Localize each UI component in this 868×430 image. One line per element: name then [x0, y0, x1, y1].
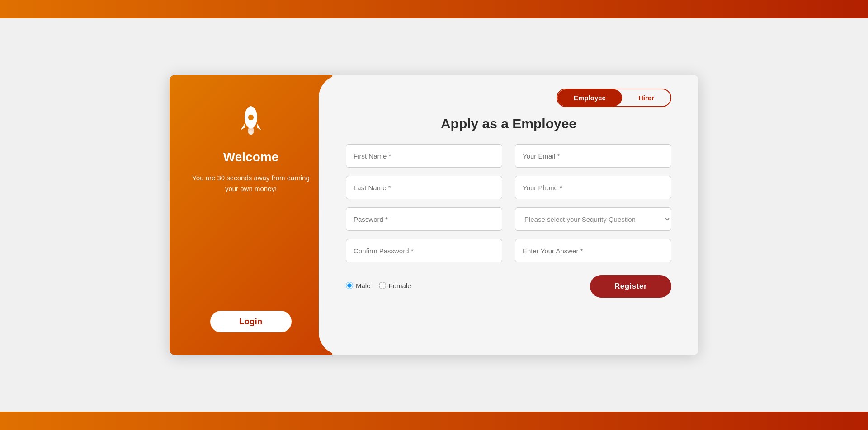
gender-row: Male Female	[346, 282, 411, 290]
female-label-text: Female	[389, 282, 411, 290]
right-panel: Employee Hirer Apply as a Employee Pleas…	[319, 75, 698, 355]
employee-toggle-button[interactable]: Employee	[557, 89, 622, 106]
female-radio[interactable]	[379, 282, 386, 289]
male-label-text: Male	[356, 282, 371, 290]
email-input[interactable]	[515, 144, 671, 168]
login-button[interactable]: Login	[210, 311, 292, 332]
top-bar	[0, 0, 868, 18]
welcome-subtitle: You are 30 seconds away from earning you…	[188, 173, 314, 194]
svg-point-1	[248, 115, 254, 120]
male-radio[interactable]	[346, 282, 353, 289]
answer-input[interactable]	[515, 239, 671, 262]
confirm-password-input[interactable]	[346, 239, 502, 262]
female-radio-label[interactable]: Female	[379, 282, 411, 290]
welcome-title: Welcome	[223, 150, 278, 164]
hirer-toggle-button[interactable]: Hirer	[622, 89, 670, 106]
register-button[interactable]: Register	[590, 275, 671, 298]
form-grid: Please select your Sequrity Question Wha…	[346, 144, 671, 262]
first-name-input[interactable]	[346, 144, 502, 168]
rocket-icon	[235, 102, 267, 138]
svg-point-3	[249, 130, 253, 135]
left-panel: Welcome You are 30 seconds away from ear…	[170, 75, 332, 355]
bottom-bar	[0, 412, 868, 430]
password-input[interactable]	[346, 207, 502, 231]
phone-input[interactable]	[515, 176, 671, 199]
security-question-select[interactable]: Please select your Sequrity Question Wha…	[515, 207, 671, 231]
toggle-row: Employee Hirer	[557, 89, 671, 107]
male-radio-label[interactable]: Male	[346, 282, 371, 290]
last-name-input[interactable]	[346, 176, 502, 199]
form-bottom-row: Male Female Register	[346, 275, 671, 298]
form-title: Apply as a Employee	[346, 116, 671, 131]
